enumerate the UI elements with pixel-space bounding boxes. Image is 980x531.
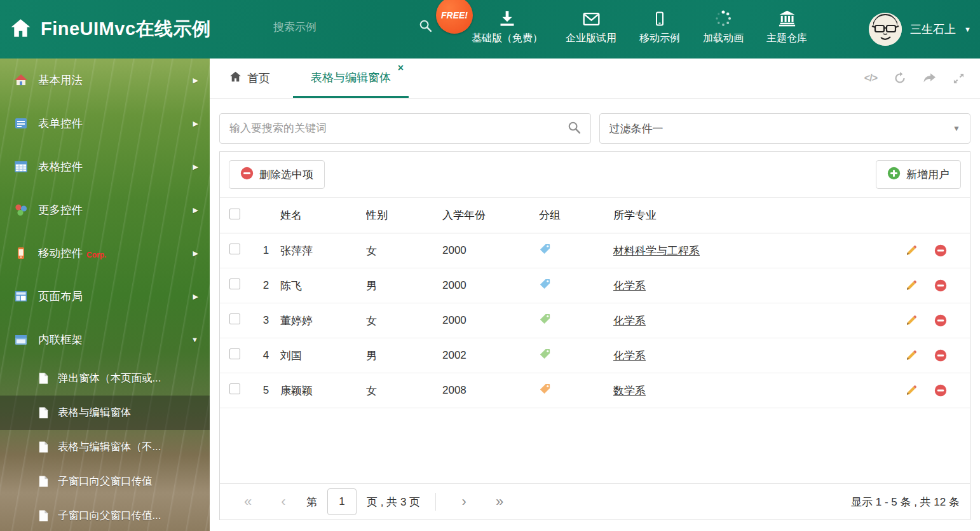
table-row: 3 董婷婷 女 2000 化学系 (220, 303, 970, 338)
pagination-bar: « ‹ 第 页 , 共 3 页 › » 显示 1 - 5 条 , 共 12 条 (220, 483, 970, 520)
top-nav: 基础版（免费） 企业版试用 移动示例 加载动画 主题仓库 (472, 7, 807, 45)
divider (435, 493, 436, 511)
select-all-checkbox[interactable] (229, 209, 240, 219)
filter-dropdown[interactable]: 过滤条件一 ▼ (599, 113, 971, 144)
tag-icon (539, 348, 551, 360)
brand: FineUIMvc在线示例 (10, 0, 211, 59)
sidebar-item-basic-usage[interactable]: 基本用法 ▶ (0, 59, 210, 102)
page-number-input[interactable] (327, 488, 357, 515)
col-gender[interactable]: 性别 (366, 208, 442, 223)
share-icon[interactable] (923, 72, 936, 84)
major-link[interactable]: 化学系 (613, 315, 646, 327)
delete-icon[interactable] (934, 349, 947, 362)
row-checkbox[interactable] (229, 244, 240, 254)
nav-item-loading-animation[interactable]: 加载动画 (703, 7, 744, 45)
sidebar-item-label: 表格控件 (38, 159, 83, 174)
edit-icon[interactable] (905, 244, 918, 257)
sidebar-menu: 基本用法 ▶ 表单控件 ▶ 表格控件 ▶ 更多控件 ▶ (0, 59, 210, 531)
sidebar-item-page-layout[interactable]: 页面布局 ▶ (0, 275, 210, 318)
avatar[interactable] (869, 13, 902, 46)
download-icon (498, 7, 516, 27)
prev-page-button[interactable]: ‹ (266, 495, 301, 509)
sidebar-item-mobile-controls[interactable]: 移动控件 Corp. ▶ (0, 231, 210, 275)
home-icon (229, 71, 242, 85)
table-icon (14, 160, 28, 174)
sidebar-item-label: 基本用法 (38, 72, 83, 88)
last-page-button[interactable]: » (482, 495, 517, 509)
nav-label: 企业版试用 (566, 32, 616, 45)
chevron-down-icon: ▼ (964, 25, 971, 33)
mobile-icon (652, 7, 667, 27)
nav-label: 基础版（免费） (472, 32, 543, 45)
sidebar-subitem-grid-edit-window[interactable]: 表格与编辑窗体 (0, 396, 210, 430)
nav-item-enterprise-trial[interactable]: 企业版试用 (566, 7, 616, 45)
grid-panel: 删除选中项 新增用户 姓名 性别 入学年份 分组 所学专业 1 张萍萍 女 (219, 151, 970, 520)
close-icon[interactable]: × (398, 63, 404, 73)
sidebar-subitem-popup-window[interactable]: 弹出窗体（本页面或... (0, 361, 210, 396)
refresh-icon[interactable] (894, 72, 906, 85)
cell-name: 张萍萍 (280, 244, 366, 258)
header-search-input[interactable] (273, 21, 414, 34)
user-area[interactable]: 三生石上 ▼ (869, 0, 971, 59)
chevron-down-icon: ▼ (953, 124, 960, 133)
delete-icon[interactable] (934, 244, 947, 257)
major-link[interactable]: 化学系 (613, 280, 646, 292)
record-summary: 显示 1 - 5 条 , 共 12 条 (851, 495, 960, 509)
cell-name: 康颖颖 (280, 383, 366, 398)
col-year[interactable]: 入学年份 (442, 208, 539, 223)
nav-item-mobile-demo[interactable]: 移动示例 (639, 7, 680, 45)
tab-home[interactable]: 首页 (219, 59, 280, 98)
row-checkbox[interactable] (229, 348, 240, 359)
delete-icon[interactable] (934, 279, 947, 292)
code-icon[interactable]: </> (864, 72, 877, 84)
tab-grid-edit-window[interactable]: 表格与编辑窗体 × (293, 59, 409, 98)
tag-icon (539, 278, 551, 290)
col-major[interactable]: 所学专业 (613, 208, 900, 223)
sidebar-item-label: 表单控件 (38, 116, 83, 131)
table-row: 1 张萍萍 女 2000 材料科学与工程系 (220, 233, 970, 268)
sidebar-item-grid-controls[interactable]: 表格控件 ▶ (0, 145, 210, 188)
sidebar-item-label: 表格与编辑窗体 (58, 406, 132, 420)
sidebar-item-more-controls[interactable]: 更多控件 ▶ (0, 188, 210, 231)
bank-icon (778, 7, 796, 27)
major-link[interactable]: 数学系 (613, 385, 646, 397)
delete-icon[interactable] (934, 314, 947, 327)
home-icon[interactable] (10, 18, 31, 40)
nav-item-theme-repo[interactable]: 主题仓库 (766, 7, 807, 45)
major-link[interactable]: 化学系 (613, 350, 646, 362)
sidebar-subitem-child-to-parent-2[interactable]: 子窗口向父窗口传值... (0, 499, 210, 531)
nav-label: 加载动画 (703, 32, 744, 45)
sidebar-subitem-grid-edit-window-2[interactable]: 表格与编辑窗体（不... (0, 430, 210, 464)
cell-name: 刘国 (280, 348, 366, 363)
keyword-input[interactable] (229, 122, 568, 135)
cell-gender: 男 (366, 279, 442, 293)
edit-icon[interactable] (905, 384, 918, 397)
col-name[interactable]: 姓名 (280, 208, 366, 223)
first-page-button[interactable]: « (230, 495, 266, 509)
sidebar-item-label: 子窗口向父窗口传值 (58, 474, 153, 488)
tab-label: 表格与编辑窗体 (311, 70, 391, 85)
next-page-button[interactable]: › (446, 495, 482, 509)
add-user-button[interactable]: 新增用户 (876, 160, 961, 189)
blocks-icon (14, 203, 28, 217)
sidebar-item-inline-frame[interactable]: 内联框架 ▼ (0, 318, 210, 361)
row-checkbox[interactable] (229, 314, 240, 324)
spinner-icon (714, 7, 732, 27)
sidebar-item-form-controls[interactable]: 表单控件 ▶ (0, 102, 210, 145)
expand-icon[interactable] (953, 72, 965, 85)
cell-year: 2000 (442, 314, 539, 327)
major-link[interactable]: 材料科学与工程系 (613, 245, 700, 257)
tag-icon (539, 313, 551, 325)
delete-icon[interactable] (934, 384, 947, 397)
col-group[interactable]: 分组 (539, 208, 613, 223)
sidebar-subitem-child-to-parent[interactable]: 子窗口向父窗口传值 (0, 464, 210, 499)
edit-icon[interactable] (905, 279, 918, 292)
row-checkbox[interactable] (229, 279, 240, 289)
row-checkbox[interactable] (229, 383, 240, 394)
search-icon[interactable] (419, 19, 432, 35)
edit-icon[interactable] (905, 314, 918, 327)
nav-item-basic-edition[interactable]: 基础版（免费） (472, 7, 543, 45)
edit-icon[interactable] (905, 349, 918, 362)
search-icon[interactable] (568, 121, 581, 137)
delete-selected-button[interactable]: 删除选中项 (229, 160, 325, 189)
